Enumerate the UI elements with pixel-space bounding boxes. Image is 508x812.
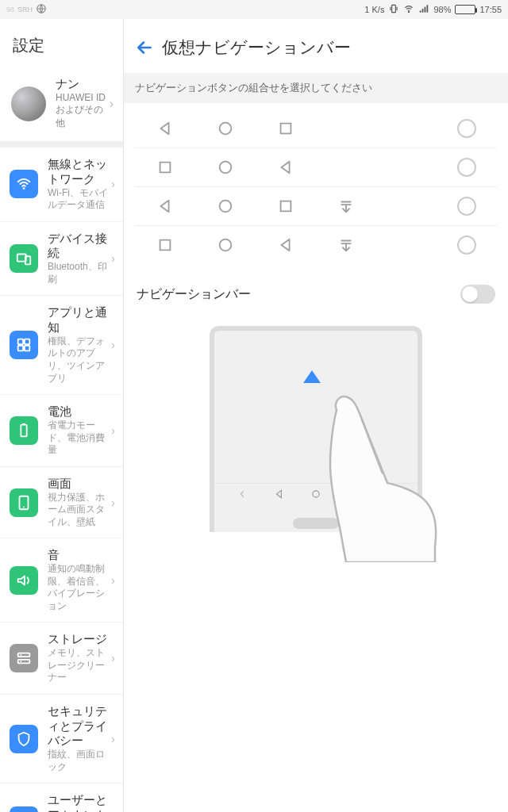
svg-rect-26 — [160, 163, 171, 173]
svg-rect-15 — [22, 423, 25, 425]
svg-point-21 — [20, 661, 21, 662]
sidebar-item-storage[interactable]: ストレージ メモリ、ストレージクリーナー › — [0, 622, 123, 695]
svg-point-27 — [220, 162, 232, 174]
status-text-1: 98 — [6, 6, 14, 13]
sidebar-item-user[interactable]: ユーザーとアカウント ユーザー、アカウント › — [0, 783, 123, 812]
sound-icon — [10, 566, 38, 595]
nav-option-row-2[interactable] — [135, 187, 497, 226]
svg-rect-19 — [18, 660, 30, 664]
profile-name: ナン — [56, 77, 110, 92]
sidebar-item-title: ユーザーとアカウント — [48, 793, 111, 812]
sidebar-item-display[interactable]: 画面 視力保護、ホーム画面スタイル、壁紙 › — [0, 467, 123, 539]
sidebar-item-title: 音 — [48, 548, 111, 563]
nav-option-row-1[interactable] — [135, 148, 497, 187]
radio-button[interactable] — [437, 119, 497, 138]
svg-rect-3 — [420, 10, 421, 12]
sidebar-item-title: 無線とネットワーク — [48, 157, 111, 187]
sidebar-item-devices[interactable]: デバイス接続 Bluetooth、印刷 › — [0, 222, 123, 297]
radio-button[interactable] — [437, 158, 497, 177]
clock: 17:55 — [479, 5, 502, 14]
svg-rect-29 — [281, 201, 291, 212]
profile-row[interactable]: ナン HUAWEI IDおよびその他 › — [0, 69, 123, 147]
chevron-right-icon: › — [111, 733, 118, 745]
gesture-preview — [124, 318, 508, 812]
nav-option-row-0[interactable] — [135, 109, 497, 148]
battery-icon — [455, 5, 475, 14]
status-bar: 98 SRH 1 K/s 98% 17:55 — [0, 0, 508, 19]
svg-point-28 — [220, 201, 232, 213]
svg-rect-13 — [25, 346, 29, 350]
svg-point-24 — [220, 123, 232, 135]
phone-frame — [210, 326, 422, 532]
svg-point-7 — [23, 187, 25, 190]
wifi-icon — [403, 3, 414, 16]
nav-back-icon — [256, 236, 316, 254]
devices-icon — [10, 244, 38, 273]
nav-home-icon — [195, 236, 256, 254]
sidebar-item-title: 画面 — [48, 477, 111, 492]
user-icon — [10, 806, 38, 812]
sidebar-item-sub: 省電力モード、電池消費量 — [48, 419, 111, 457]
net-speed: 1 K/s — [364, 5, 384, 14]
sidebar-item-sub: Wi-Fi、モバイルデータ通信 — [48, 187, 111, 212]
settings-heading: 設定 — [0, 19, 123, 69]
svg-rect-5 — [425, 7, 426, 13]
avatar — [11, 86, 46, 121]
detail-pane: 仮想ナビゲーションバー ナビゲーションボタンの組合せを選択してください ナビゲー… — [124, 19, 508, 812]
nav-recent-icon — [256, 120, 316, 137]
chevron-right-icon: › — [111, 652, 118, 665]
nav-back-icon — [135, 197, 195, 215]
apps-icon — [10, 331, 38, 359]
toggle-label: ナビゲーションバー — [137, 286, 251, 303]
sidebar-item-title: ストレージ — [48, 632, 111, 647]
svg-rect-12 — [18, 346, 23, 350]
chevron-right-icon: › — [111, 178, 118, 190]
display-icon — [10, 488, 38, 517]
sidebar-item-apps[interactable]: アプリと通知 権限、デフォルトのアプリ、ツインアプリ › — [0, 296, 123, 395]
sidebar-item-sub: 通知の鳴動制限、着信音、バイブレーション — [48, 563, 111, 612]
nav-notif-icon — [316, 197, 376, 215]
security-icon — [10, 725, 38, 753]
preview-chevron-icon — [237, 488, 248, 500]
back-button[interactable] — [130, 33, 159, 62]
sidebar-item-sound[interactable]: 音 通知の鳴動制限、着信音、バイブレーション › — [0, 538, 123, 622]
finger-icon — [298, 388, 441, 562]
radio-button[interactable] — [437, 236, 497, 255]
sidebar-item-sub: 視力保護、ホーム画面スタイル、壁紙 — [48, 492, 111, 529]
signal-icon — [418, 3, 429, 16]
svg-rect-4 — [422, 9, 424, 13]
svg-rect-11 — [25, 339, 29, 344]
svg-point-2 — [409, 12, 410, 13]
sidebar-item-security[interactable]: セキュリティとプライバシー 指紋、画面ロック › — [0, 695, 123, 783]
nav-recent-icon — [256, 197, 316, 215]
status-text-2: SRH — [17, 6, 33, 13]
sidebar-item-battery[interactable]: 電池 省電力モード、電池消費量 › — [0, 395, 123, 467]
svg-point-20 — [20, 654, 21, 656]
storage-icon — [10, 644, 38, 672]
svg-rect-1 — [392, 5, 396, 12]
sidebar-item-wifi[interactable]: 無線とネットワーク Wi-Fi、モバイルデータ通信 › — [0, 147, 123, 222]
sidebar-item-sub: 指紋、画面ロック — [48, 749, 111, 773]
svg-rect-30 — [160, 240, 171, 251]
svg-rect-18 — [18, 653, 30, 657]
chevron-right-icon: › — [110, 97, 117, 111]
sidebar-item-title: アプリと通知 — [48, 305, 111, 335]
svg-point-17 — [23, 506, 25, 508]
wifi-icon — [10, 170, 38, 198]
svg-point-31 — [220, 239, 232, 251]
radio-button[interactable] — [437, 197, 497, 216]
toggle-switch[interactable] — [460, 285, 495, 304]
chevron-right-icon: › — [111, 424, 118, 437]
svg-rect-14 — [21, 425, 26, 437]
nav-home-icon — [195, 159, 256, 176]
nav-back-icon — [135, 120, 195, 137]
nav-recent-icon — [135, 159, 195, 176]
globe-icon — [36, 3, 47, 16]
chevron-right-icon: › — [111, 496, 118, 509]
nav-option-row-3[interactable] — [135, 226, 497, 264]
svg-rect-25 — [281, 124, 291, 134]
chevron-right-icon: › — [111, 339, 118, 351]
nav-home-icon — [195, 197, 256, 215]
sidebar-item-sub: Bluetooth、印刷 — [48, 261, 111, 285]
nav-bar-toggle-row[interactable]: ナビゲーションバー — [124, 270, 508, 318]
